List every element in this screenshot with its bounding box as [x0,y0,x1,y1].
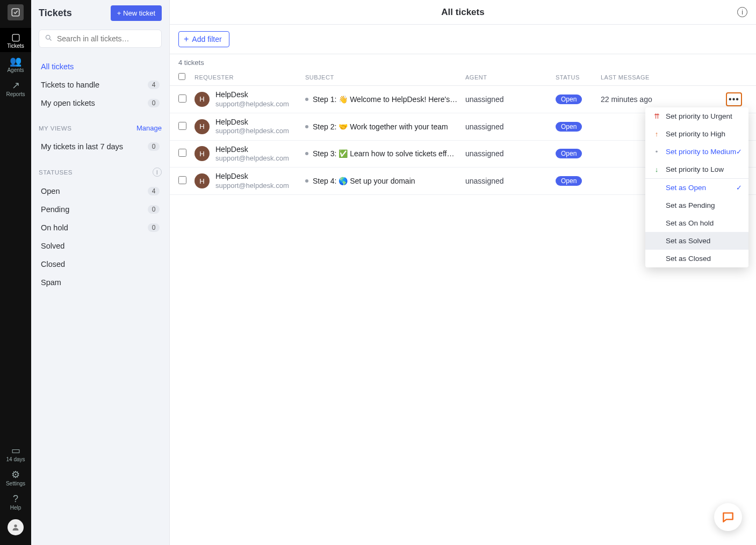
more-icon: ••• [729,95,739,104]
row-checkbox[interactable] [178,122,186,130]
sidebar-item-tickets-to-handle[interactable]: Tickets to handle4 [34,76,166,94]
chat-icon [721,510,735,524]
sidebar-item-spam[interactable]: Spam [34,273,166,292]
requester-avatar: H [195,173,210,188]
sidebar-item-label: On hold [41,223,68,232]
count-badge: 0 [148,142,160,151]
row-checkbox[interactable] [178,95,186,103]
add-filter-label: Add filter [192,35,221,43]
agents-icon: 👥 [0,56,31,66]
ticket-agent: unassigned [465,95,504,104]
dropdown-item-set-priority-to-low[interactable]: ↓Set priority to Low [645,161,748,178]
ticket-count: 4 tickets [170,54,756,70]
row-actions-button[interactable]: ••• [726,92,742,106]
add-filter-button[interactable]: + Add filter [178,31,229,47]
check-icon: ✓ [736,148,742,156]
col-agent[interactable]: AGENT [465,74,556,81]
sidebar-item-closed[interactable]: Closed [34,255,166,273]
rail-item-help[interactable]: ?Help [0,490,31,514]
requester-avatar: H [195,146,210,161]
dropdown-item-label: Set priority to High [666,130,725,138]
status-badge: Open [556,149,582,158]
sidebar-item-label: My tickets in last 7 days [41,142,123,151]
col-requester[interactable]: REQUESTER [195,74,305,81]
sidebar-item-label: All tickets [41,62,74,71]
14-days-icon: ▭ [0,446,31,455]
settings-icon: ⚙ [0,470,31,479]
plus-icon: + [184,35,189,43]
rail-item-tickets[interactable]: ▢Tickets [0,28,31,52]
main-panel: All tickets i + Add filter 4 tickets REQ… [170,0,756,545]
ticket-agent: unassigned [465,177,504,185]
help-icon: ? [0,494,31,504]
reports-icon: ↗ [0,81,31,90]
user-avatar[interactable] [8,519,24,535]
manage-views-link[interactable]: Manage [136,124,162,132]
dropdown-item-set-as-on-hold[interactable]: Set as On hold [645,214,748,232]
search-input[interactable] [57,34,156,43]
count-badge: 4 [148,187,160,195]
statuses-header: STATUSES [39,169,73,176]
sidebar-item-my-open-tickets[interactable]: My open tickets0 [34,94,166,112]
requester-name: HelpDesk [215,145,289,155]
rail-item-14-days[interactable]: ▭14 days [0,441,31,466]
priority-icon: ⇈ [653,112,660,120]
app-logo [8,4,24,20]
row-checkbox[interactable] [178,176,186,184]
count-badge: 0 [148,205,160,214]
dropdown-item-set-priority-to-urgent[interactable]: ⇈Set priority to Urgent [645,107,748,125]
search-icon [45,34,53,43]
unread-dot-icon [305,152,308,155]
requester-name: HelpDesk [215,90,289,100]
sidebar-item-all-tickets[interactable]: All tickets [34,57,166,76]
select-all-checkbox[interactable] [178,73,185,80]
dropdown-item-set-as-open[interactable]: Set as Open✓ [645,179,748,197]
svg-line-3 [49,39,51,40]
col-last-message[interactable]: LAST MESSAGE [601,74,726,81]
chat-fab[interactable] [714,503,742,531]
requester-avatar: H [195,119,210,134]
status-badge: Open [556,95,582,104]
dropdown-item-set-priority-to-high[interactable]: ↑Set priority to High [645,125,748,143]
requester-email: support@helpdesk.com [215,181,289,190]
rail-item-agents[interactable]: 👥Agents [0,52,31,76]
requester-avatar: H [195,92,210,107]
page-title: All tickets [441,7,484,18]
dropdown-item-label: Set as Pending [666,201,715,209]
rail-item-reports[interactable]: ↗Reports [0,76,31,100]
status-badge: Open [556,122,582,132]
new-ticket-button[interactable]: + New ticket [111,5,162,21]
info-icon[interactable]: i [153,168,162,177]
rail-item-settings[interactable]: ⚙Settings [0,466,31,490]
sidebar-item-solved[interactable]: Solved [34,237,166,255]
dropdown-item-set-as-solved[interactable]: Set as Solved [645,232,748,250]
sidebar-item-on-hold[interactable]: On hold0 [34,219,166,237]
dropdown-item-set-as-closed[interactable]: Set as Closed [645,250,748,267]
status-badge: Open [556,176,582,186]
sidebar-item-my-tickets-in-last-7-days[interactable]: My tickets in last 7 days0 [34,137,166,156]
requester-name: HelpDesk [215,118,289,127]
dropdown-item-label: Set as Solved [666,237,710,245]
sidebar-item-label: Pending [41,205,69,214]
row-checkbox[interactable] [178,149,186,157]
search-input-wrap[interactable] [39,30,162,48]
ticket-subject: Step 2: 🤝 Work together with your team [313,122,448,131]
dropdown-item-set-as-pending[interactable]: Set as Pending [645,197,748,214]
header-info-icon[interactable]: i [737,7,747,17]
ticket-subject: Step 4: 🌎 Set up your domain [313,177,415,185]
dropdown-item-label: Set priority to Low [666,165,724,173]
sidebar-item-pending[interactable]: Pending0 [34,200,166,219]
col-subject[interactable]: SUBJECT [305,74,465,81]
col-status[interactable]: STATUS [556,74,601,81]
sidebar-item-open[interactable]: Open4 [34,182,166,200]
dropdown-item-label: Set as Open [666,184,706,192]
dropdown-item-label: Set as On hold [666,219,714,227]
dropdown-item-set-priority-to-medium[interactable]: •Set priority to Medium✓ [645,143,748,161]
dropdown-item-label: Set priority to Medium [666,148,736,156]
sidebar-title: Tickets [39,8,72,19]
dropdown-item-label: Set as Closed [666,255,711,263]
views-header: MY VIEWS [39,125,71,132]
priority-icon: • [653,148,660,156]
sidebar-item-label: Closed [41,260,65,268]
svg-point-1 [14,525,17,527]
